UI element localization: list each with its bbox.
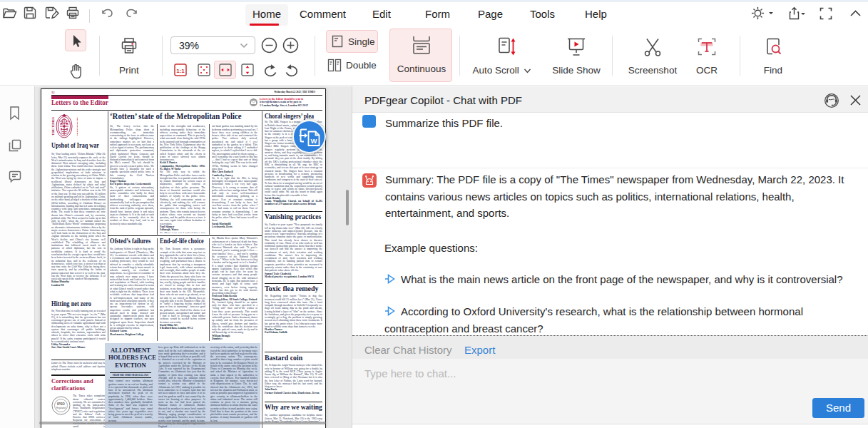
corrections-heading: Corrections and clarifications (51, 378, 98, 392)
svg-text:IPSO: IPSO (57, 402, 65, 406)
theme-icon[interactable] (751, 6, 774, 20)
double-page-button[interactable]: Double (327, 58, 377, 72)
ribbon-separator (162, 36, 163, 76)
double-page-icon (327, 58, 342, 72)
svg-text:NEWSPAPER: NEWSPAPER (76, 117, 78, 136)
tab-page[interactable]: Page (471, 4, 510, 26)
chat-message-assistant: Summary: The PDF file is a copy of "The … (385, 171, 846, 222)
article-body: Sir, Tom Benyon offers a persuasive exam… (160, 248, 205, 323)
newspaper-rule (265, 211, 322, 212)
fullscreen-icon[interactable] (820, 7, 832, 20)
newspaper-page-number: 12 (51, 91, 55, 94)
article-headline: Hitting net zero (51, 300, 91, 307)
horizontal-scrollbar[interactable] (39, 422, 326, 424)
send-button[interactable]: Send (812, 398, 864, 418)
letters-envelope-icon (250, 98, 257, 106)
auto-scroll-label: Auto Scroll (469, 65, 533, 76)
vertical-scrollbar[interactable] (346, 190, 349, 225)
double-label: Double (346, 60, 377, 71)
tab-home[interactable]: Home (245, 4, 288, 26)
example-questions-heading: Example questions: (384, 240, 478, 257)
bookmarks-icon[interactable] (8, 106, 21, 121)
chevron-down-icon (524, 68, 531, 73)
single-page-button[interactable]: Single (326, 30, 378, 53)
toolbar-separator (89, 9, 90, 23)
article-headline: Toxic flea remedy (265, 285, 319, 292)
quick-print-icon[interactable] (66, 6, 80, 20)
article-headline: Vanishing practices (265, 213, 321, 220)
copilot-panel: PDFgear Copilot - Chat with PDF (352, 86, 868, 428)
pdfgear-window: Home Comment Edit Form Page Tools Help (0, 0, 868, 428)
auto-scroll-text: Auto Scroll (472, 65, 519, 76)
ribbon-separator (740, 36, 740, 76)
copilot-title: PDFgear Copilot - Chat with PDF (364, 94, 522, 106)
actual-size-button[interactable]: 1:1 (174, 63, 187, 76)
continuous-label: Continuous (390, 63, 453, 74)
tab-help[interactable]: Help (578, 4, 614, 26)
chat-message-user: Summarize this PDF file. (385, 115, 842, 132)
clear-chat-history-button[interactable]: Clear Chat History (364, 344, 452, 356)
zoom-level-select[interactable]: 39% (170, 36, 255, 54)
svg-text:Regulated: Regulated (56, 407, 66, 409)
fit-width-button[interactable] (214, 61, 236, 79)
column-divider (157, 124, 158, 235)
allotment-headline-line: ALLOTMENT (108, 347, 153, 354)
save-icon[interactable] (23, 6, 37, 20)
zoom-out-button[interactable] (261, 37, 277, 54)
undo-icon[interactable] (100, 6, 115, 20)
article-body: State control over wartime allotment gar… (108, 379, 153, 422)
example-question-1[interactable]: What is the main news article on the fro… (384, 271, 855, 288)
chevron-down-icon (240, 43, 248, 49)
main-area: 12 Letters to the Editor Wednesday March… (0, 86, 868, 428)
letters-notice-line2: letters@thetimes.co.uk or by post to (260, 100, 317, 103)
signature: Letchworth, Herts (212, 225, 257, 228)
ipso-logo: IPSO Regulated (51, 396, 71, 415)
question-text: According to Oxford University's researc… (384, 305, 803, 335)
comments-icon[interactable] (8, 170, 22, 183)
article-body: secretary of the union, said yesterday t… (210, 346, 257, 422)
rotate-left-icon[interactable] (284, 63, 300, 78)
newspaper-rule (110, 372, 151, 373)
quick-access-toolbar: Home Comment Edit Form Page Tools Help (0, 2, 868, 26)
user-avatar (362, 115, 376, 128)
tab-form[interactable]: Form (418, 4, 457, 26)
ribbon: Print 39% 1:1 (0, 26, 868, 86)
slide-show-icon (565, 36, 588, 58)
redo-icon[interactable] (124, 6, 139, 20)
slide-show-label: Slide Show (548, 65, 605, 76)
screenshot-label: Screenshot (622, 65, 683, 76)
convert-to-word-button[interactable]: W (292, 120, 326, 153)
rotate-right-icon[interactable] (262, 63, 278, 78)
signature: Chair, Wimbledon Choral, on behalf of 11… (265, 200, 322, 206)
share-icon[interactable] (787, 6, 807, 21)
auto-scroll-icon (496, 36, 518, 58)
tab-edit[interactable]: Edit (365, 4, 398, 26)
newspaper-rule (265, 352, 322, 352)
fit-page-button[interactable] (198, 63, 210, 76)
article-headline: End-of-life choice (160, 237, 204, 245)
fit-height-button[interactable] (241, 63, 254, 76)
article-body: Sir, Now that time is really running out… (51, 310, 106, 343)
collapse-ribbon-icon[interactable] (849, 9, 862, 19)
pdf-page[interactable]: 12 Letters to the Editor Wednesday March… (41, 88, 326, 428)
allotment-headline-line: HOLDERS FACE (108, 354, 153, 361)
column-divider (157, 238, 158, 341)
zoom-in-button[interactable] (282, 37, 299, 54)
open-file-icon[interactable] (2, 6, 17, 21)
continuous-button[interactable]: Continuous (389, 29, 452, 82)
ocr-label: OCR (683, 65, 730, 76)
example-question-2[interactable]: According to Oxford University's researc… (384, 303, 812, 337)
save-as-icon[interactable] (44, 6, 59, 20)
signature: Save Our South Coast Alliance (51, 346, 106, 349)
tab-tools[interactable]: Tools (523, 4, 562, 26)
export-button[interactable]: Export (464, 344, 495, 356)
tab-comment[interactable]: Comment (292, 4, 353, 26)
ribbon-separator (99, 36, 100, 76)
allotment-dateline: FROM THE TIMES MARCH 22, 1923 (108, 374, 153, 376)
chat-input-area[interactable]: Type here to chat... (352, 359, 868, 424)
thumbnails-icon[interactable] (8, 138, 22, 153)
support-agent-icon[interactable] (824, 93, 839, 108)
select-tool-button[interactable] (65, 29, 86, 51)
close-icon[interactable] (849, 94, 862, 106)
hand-tool-icon[interactable] (66, 62, 85, 81)
